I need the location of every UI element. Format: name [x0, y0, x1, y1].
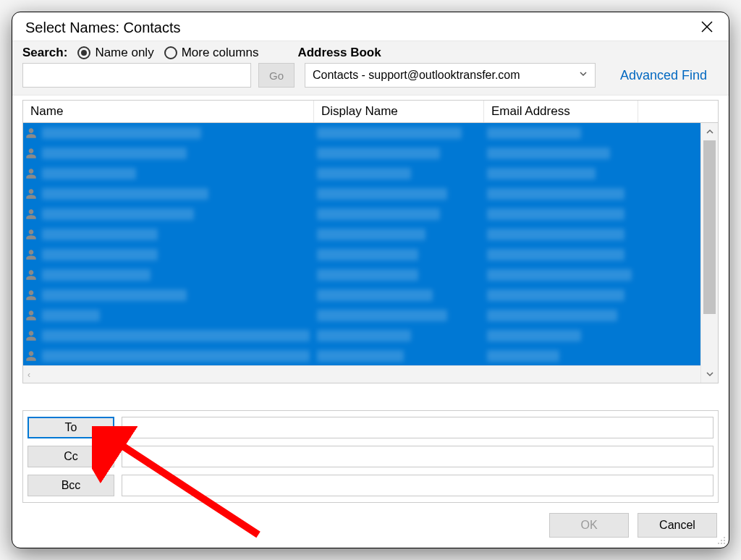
person-icon: [23, 269, 39, 281]
person-icon: [23, 330, 39, 341]
scroll-up-arrow[interactable]: [701, 123, 718, 140]
list-item[interactable]: [23, 285, 718, 305]
svg-point-1: [721, 540, 722, 541]
radio-more-columns-input[interactable]: [164, 46, 177, 59]
vertical-scrollbar[interactable]: [700, 123, 718, 383]
column-display-name[interactable]: Display Name: [314, 101, 484, 122]
person-icon: [23, 229, 39, 240]
address-book-select[interactable]: Contacts - support@outlooktransfer.com: [305, 63, 596, 88]
list-item[interactable]: [23, 204, 718, 224]
advanced-find-link[interactable]: Advanced Find: [620, 68, 707, 83]
list-item[interactable]: [23, 245, 718, 265]
go-button[interactable]: Go: [258, 63, 295, 88]
dialog-title: Select Names: Contacts: [25, 20, 181, 36]
select-names-dialog: Select Names: Contacts Search: Name only…: [12, 12, 729, 548]
cancel-button[interactable]: Cancel: [638, 513, 717, 538]
list-item[interactable]: [23, 184, 718, 204]
search-input[interactable]: [22, 63, 251, 88]
recipient-block: To Cc Bcc: [22, 410, 719, 503]
person-icon: [23, 168, 39, 179]
person-icon: [23, 208, 39, 220]
ok-button[interactable]: OK: [549, 513, 629, 538]
svg-point-5: [724, 543, 725, 544]
address-book-label: Address Book: [297, 46, 381, 59]
person-icon: [23, 350, 39, 362]
radio-more-columns-label: More columns: [182, 46, 259, 60]
scrollbar-thumb[interactable]: [703, 140, 716, 314]
search-label: Search:: [22, 46, 67, 60]
address-book-selected: Contacts - support@outlooktransfer.com: [313, 69, 520, 82]
svg-point-2: [724, 540, 725, 541]
radio-more-columns[interactable]: More columns: [164, 46, 259, 60]
svg-point-4: [721, 543, 722, 544]
radio-name-only-input[interactable]: [77, 46, 90, 59]
toolbar: Search: Name only More columns Address B…: [12, 41, 729, 96]
close-button[interactable]: [698, 20, 716, 36]
titlebar: Select Names: Contacts: [12, 12, 729, 41]
radio-name-only-label: Name only: [95, 46, 153, 60]
radio-name-only[interactable]: Name only: [77, 46, 153, 60]
horizontal-scrollbar[interactable]: ‹ ›: [23, 365, 718, 383]
bcc-input[interactable]: [122, 475, 714, 496]
list-item[interactable]: [23, 346, 718, 365]
list-item[interactable]: [23, 305, 718, 326]
column-spacer: [638, 101, 718, 122]
list-item[interactable]: [23, 143, 718, 164]
list-item[interactable]: [23, 326, 718, 346]
to-input[interactable]: [122, 417, 714, 438]
scroll-down-arrow[interactable]: [701, 365, 718, 383]
list-item[interactable]: [23, 123, 718, 143]
svg-point-3: [718, 543, 719, 544]
column-headers: Name Display Name Email Address: [22, 100, 719, 123]
person-icon: [23, 249, 39, 260]
scrollbar-track[interactable]: [701, 140, 718, 365]
cc-button[interactable]: Cc: [27, 446, 114, 467]
column-name[interactable]: Name: [23, 101, 314, 122]
to-button[interactable]: To: [27, 417, 114, 438]
footer: OK Cancel: [12, 503, 729, 548]
list-item[interactable]: [23, 224, 718, 245]
contact-list-panel: Name Display Name Email Address ‹ ›: [12, 100, 729, 403]
column-email[interactable]: Email Address: [484, 101, 638, 122]
resize-grip-icon[interactable]: [716, 535, 726, 545]
person-icon: [23, 127, 39, 139]
person-icon: [23, 148, 39, 159]
svg-point-0: [724, 537, 725, 538]
close-icon: [701, 21, 713, 33]
list-item[interactable]: [23, 164, 718, 184]
cc-input[interactable]: [122, 446, 714, 467]
person-icon: [23, 188, 39, 200]
person-icon: [23, 289, 39, 301]
contact-listbox[interactable]: ‹ ›: [22, 123, 719, 383]
bcc-button[interactable]: Bcc: [27, 475, 114, 496]
list-item[interactable]: [23, 265, 718, 285]
person-icon: [23, 310, 39, 321]
scroll-left-arrow[interactable]: ‹: [27, 370, 30, 380]
